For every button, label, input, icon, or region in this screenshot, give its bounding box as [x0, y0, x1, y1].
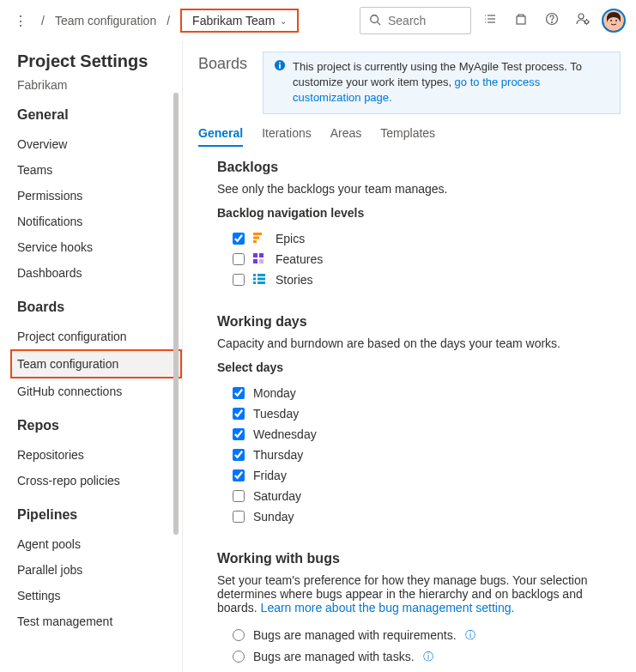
chevron-down-icon: ⌄: [280, 16, 287, 26]
svg-rect-29: [257, 277, 265, 280]
svg-rect-24: [253, 259, 257, 263]
tab-general[interactable]: General: [198, 121, 243, 147]
topbar: ⋮ / Team configuration / Fabrikam Team ⌄: [0, 0, 636, 41]
section-working-days: Working days Capacity and burndown are b…: [198, 314, 621, 527]
page-title: Boards: [198, 51, 247, 73]
search-input[interactable]: [388, 14, 462, 27]
day-wednesday-row: Wednesday: [217, 424, 621, 445]
wednesday-label: Wednesday: [253, 427, 317, 441]
info-banner: This project is currently using the MyAg…: [263, 51, 621, 114]
day-monday-row: Monday: [217, 383, 621, 403]
sidebar-item-project-configuration[interactable]: Project configuration: [17, 324, 182, 349]
day-tuesday-row: Tuesday: [217, 403, 621, 424]
day-saturday-row: Saturday: [217, 486, 621, 506]
day-thursday-row: Thursday: [217, 445, 621, 465]
sunday-checkbox[interactable]: [233, 511, 245, 523]
tab-templates[interactable]: Templates: [380, 121, 435, 147]
sidebar-item-overview[interactable]: Overview: [17, 131, 182, 157]
sidebar-item-team-configuration[interactable]: Team configuration: [10, 349, 182, 378]
tab-iterations[interactable]: Iterations: [262, 121, 312, 147]
sidebar-item-permissions[interactable]: Permissions: [17, 183, 182, 209]
features-checkbox[interactable]: [233, 253, 245, 265]
stories-icon: [253, 274, 267, 286]
bugs-option-not-managed-row: Bugs are not managed on backlogs and boa…: [217, 668, 621, 672]
sidebar-item-repositories[interactable]: Repositories: [17, 442, 182, 468]
friday-label: Friday: [253, 469, 287, 482]
bugs-option-tasks-row: Bugs are managed with tasks. ⓘ: [217, 646, 621, 668]
sidebar: Project Settings Fabrikam General Overvi…: [0, 41, 182, 672]
bugs-learn-more-link[interactable]: Learn more about the bug management sett…: [261, 601, 515, 614]
svg-rect-21: [253, 240, 257, 243]
features-icon: [253, 253, 267, 265]
svg-rect-18: [279, 64, 281, 69]
sidebar-item-notifications[interactable]: Notifications: [17, 209, 182, 234]
thursday-label: Thursday: [253, 448, 303, 462]
backlog-level-epics-row: Epics: [217, 228, 621, 249]
sidebar-item-test-management[interactable]: Test management: [17, 608, 182, 634]
epics-label: Epics: [276, 232, 305, 245]
bugs-heading: Working with bugs: [217, 551, 621, 566]
sidebar-group-repos: Repos: [17, 418, 182, 433]
sidebar-item-parallel-jobs[interactable]: Parallel jobs: [17, 557, 182, 583]
project-name[interactable]: Fabrikam: [17, 78, 182, 92]
sidebar-item-cross-repo-policies[interactable]: Cross-repo policies: [17, 468, 182, 493]
svg-point-12: [585, 21, 589, 24]
list-icon[interactable]: [478, 7, 502, 34]
day-sunday-row: Sunday: [217, 506, 621, 527]
svg-rect-30: [253, 282, 256, 284]
sidebar-item-service-hooks[interactable]: Service hooks: [17, 234, 182, 260]
stories-checkbox[interactable]: [233, 274, 245, 286]
sidebar-item-dashboards[interactable]: Dashboards: [17, 260, 182, 286]
svg-rect-20: [253, 236, 259, 239]
bugs-requirements-label: Bugs are managed with requirements.: [253, 628, 457, 642]
thursday-checkbox[interactable]: [233, 449, 245, 461]
bugs-option-requirements-row: Bugs are managed with requirements. ⓘ: [217, 625, 621, 646]
user-settings-icon[interactable]: [571, 7, 595, 34]
info-icon[interactable]: ⓘ: [465, 628, 475, 643]
team-selector-dropdown[interactable]: Fabrikam Team ⌄: [180, 9, 299, 33]
wednesday-checkbox[interactable]: [233, 428, 245, 440]
epics-icon: [253, 233, 267, 245]
tuesday-checkbox[interactable]: [233, 408, 245, 420]
breadcrumb-team-configuration[interactable]: Team configuration: [55, 14, 156, 27]
marketplace-icon[interactable]: [509, 7, 533, 34]
working-days-desc: Capacity and burndown are based on the d…: [217, 336, 621, 350]
search-icon: [369, 14, 381, 28]
sidebar-group-boards: Boards: [17, 300, 182, 315]
user-avatar[interactable]: [602, 9, 626, 33]
sunday-label: Sunday: [253, 510, 294, 524]
saturday-checkbox[interactable]: [233, 490, 245, 502]
sidebar-title: Project Settings: [17, 51, 182, 71]
svg-point-17: [279, 62, 281, 64]
bugs-tasks-radio[interactable]: [233, 651, 245, 663]
info-icon[interactable]: ⓘ: [423, 650, 433, 664]
main-content: Boards This project is currently using t…: [182, 41, 636, 672]
monday-checkbox[interactable]: [233, 387, 245, 399]
backlog-level-features-row: Features: [217, 249, 621, 269]
more-menu-icon[interactable]: ⋮: [10, 9, 31, 33]
backlogs-heading: Backlogs: [217, 160, 621, 175]
help-icon[interactable]: [540, 7, 564, 34]
svg-rect-19: [253, 233, 262, 235]
epics-checkbox[interactable]: [233, 233, 245, 245]
sidebar-item-agent-pools[interactable]: Agent pools: [17, 531, 182, 557]
sidebar-item-settings[interactable]: Settings: [17, 583, 182, 608]
friday-checkbox[interactable]: [233, 469, 245, 481]
svg-point-11: [578, 14, 584, 19]
info-banner-text: This project is currently using the MyAg…: [293, 59, 609, 106]
sidebar-item-github-connections[interactable]: GitHub connections: [17, 378, 182, 404]
tabs: General Iterations Areas Templates: [198, 121, 621, 148]
backlog-level-stories-row: Stories: [217, 269, 621, 290]
svg-rect-25: [259, 259, 263, 263]
svg-rect-31: [257, 282, 265, 284]
sidebar-group-general: General: [17, 107, 182, 123]
stories-label: Stories: [276, 273, 313, 287]
monday-label: Monday: [253, 386, 296, 400]
bugs-desc: Set your team's preference for how they …: [217, 573, 621, 614]
sidebar-item-teams[interactable]: Teams: [17, 157, 182, 183]
svg-line-1: [378, 21, 381, 25]
svg-rect-28: [253, 277, 256, 280]
tab-areas[interactable]: Areas: [330, 121, 362, 147]
search-box[interactable]: [360, 7, 471, 34]
bugs-requirements-radio[interactable]: [233, 629, 245, 641]
